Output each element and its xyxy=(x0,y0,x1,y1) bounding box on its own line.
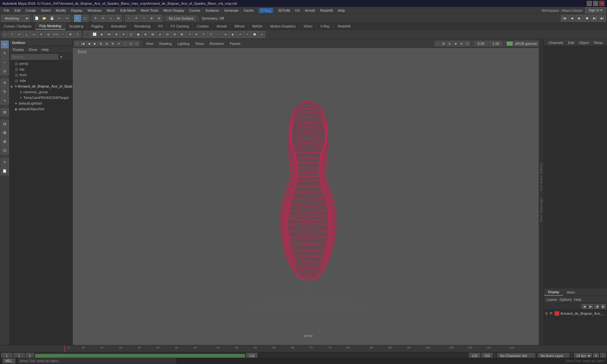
vp-view-menu[interactable]: View xyxy=(143,41,156,46)
cleanup-icon[interactable]: ✧ xyxy=(244,31,251,38)
snap-point-button[interactable]: ⊕ xyxy=(148,15,155,22)
menu-edit-mesh[interactable]: Edit Mesh xyxy=(118,8,138,13)
vp-icon-10[interactable]: ◎ xyxy=(128,41,134,46)
menu-3dtoall[interactable]: 3DToAll xyxy=(275,8,292,13)
vp-renderer-menu[interactable]: Renderer xyxy=(207,41,227,46)
layout-btn4[interactable]: ⊡ xyxy=(1,146,9,155)
layer-skip-btn[interactable]: ◀ xyxy=(594,304,599,309)
display-tab[interactable]: Display xyxy=(544,289,563,296)
window-controls[interactable]: _ □ ✕ xyxy=(587,1,604,6)
soft-select-button[interactable]: ○ xyxy=(125,15,132,22)
lasso-tool-button[interactable]: ◻ xyxy=(82,15,89,22)
remesh-icon[interactable]: ⬡ xyxy=(207,31,214,38)
detach-icon[interactable]: ⊟ xyxy=(171,31,178,38)
tab-poly-modeling[interactable]: Poly Modeling xyxy=(35,23,65,30)
boolean-icon[interactable]: ⊎ xyxy=(222,31,229,38)
layer-p-field[interactable]: P xyxy=(550,312,554,315)
timeline-track[interactable]: 5 10 15 20 25 30 35 40 45 50 55 60 65 70… xyxy=(63,345,528,352)
smooth-icon[interactable]: ≋ xyxy=(193,31,200,38)
vp-right-1[interactable]: ↔ xyxy=(435,41,440,46)
playback-stop[interactable]: ⏹ xyxy=(584,15,591,22)
camera-select-icon[interactable]: □ xyxy=(74,41,80,46)
menu-mesh[interactable]: Mesh xyxy=(104,8,118,13)
menu-mesh-display[interactable]: Mesh Display xyxy=(161,8,187,13)
soft-select-tool[interactable]: ○ xyxy=(1,58,9,66)
layer-color-swatch[interactable] xyxy=(555,311,559,316)
vp-scale-field[interactable] xyxy=(489,41,503,46)
channel-box-toggle[interactable]: ≡ xyxy=(1,158,9,166)
layout-btn2[interactable]: ⊠ xyxy=(1,129,9,137)
edge-flow-icon[interactable]: ⌀ xyxy=(156,31,163,38)
menu-modify[interactable]: Modify xyxy=(53,8,68,13)
poke-icon[interactable]: ✦ xyxy=(120,31,127,38)
undo-button[interactable]: ↩ xyxy=(56,15,63,22)
range-slider[interactable] xyxy=(35,354,245,358)
fill-hole-icon[interactable]: ⬣ xyxy=(251,31,258,38)
menu-edit[interactable]: Edit xyxy=(12,8,23,13)
tab-custom[interactable]: Custom xyxy=(193,23,213,30)
tab-redshift[interactable]: Redshift xyxy=(334,23,354,30)
attr-editor-toggle[interactable]: 📋 xyxy=(1,167,9,175)
retopo-icon[interactable]: ⋯ xyxy=(215,31,222,38)
tab-vray[interactable]: V-Ray xyxy=(316,23,334,30)
extrude-icon[interactable]: ⬛ xyxy=(84,31,91,38)
show-manip-tool[interactable]: ⊞ xyxy=(1,108,9,116)
separate-icon[interactable]: ⊸ xyxy=(236,31,243,38)
tab-curves-surfaces[interactable]: Curves / Surfaces xyxy=(0,23,35,30)
tab-rendering[interactable]: Rendering xyxy=(131,23,155,30)
redo-button[interactable]: ↪ xyxy=(64,15,71,22)
paint-tool[interactable]: ✎ xyxy=(1,49,9,58)
anim-tab[interactable]: Anim xyxy=(563,289,579,295)
menu-mesh-tools[interactable]: Mesh Tools xyxy=(138,8,161,13)
vp-panels-menu[interactable]: Panels xyxy=(227,41,243,46)
channels-menu[interactable]: Channels xyxy=(547,40,565,45)
timeline-ruler[interactable]: 5 10 15 20 25 30 35 40 45 50 55 60 65 70… xyxy=(0,345,607,352)
merge-icon[interactable]: ⋈ xyxy=(106,31,113,38)
vp-right-6[interactable]: ⊙ xyxy=(465,41,470,46)
outliner-display-menu[interactable]: Display xyxy=(11,47,26,52)
tab-sculpting[interactable]: Sculpting xyxy=(65,23,88,30)
mel-label[interactable]: MEL xyxy=(3,358,15,363)
bevel-icon[interactable]: ◈ xyxy=(98,31,105,38)
collapse-icon[interactable]: ⊡ xyxy=(164,31,171,38)
tab-fx-caching[interactable]: FX Caching xyxy=(167,23,193,30)
menu-curves[interactable]: Curves xyxy=(187,8,203,13)
pipe-icon[interactable]: ⊂⊃ xyxy=(52,31,59,38)
transform-tool-button[interactable]: ⊞ xyxy=(115,15,122,22)
wedge-icon[interactable]: ◫ xyxy=(127,31,134,38)
tab-xgen[interactable]: XGen xyxy=(300,23,316,30)
disk-icon[interactable]: ◎ xyxy=(45,31,52,38)
outliner-item-side[interactable]: 🎥 side xyxy=(9,78,72,83)
layers-menu[interactable]: Layers xyxy=(547,298,557,301)
viewport-3d[interactable]: □ |◀ ◀ ▶ ⊞ ⊕ ⊗ ● ○ ◎ ⬡ View Shading Ligh… xyxy=(73,39,544,345)
maximize-button[interactable]: □ xyxy=(593,1,598,6)
layer-prev-btn[interactable]: ◀ xyxy=(582,304,587,309)
outliner-item-camera1-group[interactable]: ⊞ camera1_group xyxy=(9,89,72,95)
open-scene-button[interactable]: 📂 xyxy=(41,15,48,22)
menu-surfaces[interactable]: Surfaces xyxy=(203,8,222,13)
vp-icon-11[interactable]: ⬡ xyxy=(134,41,140,46)
vp-right-5[interactable]: ⊕ xyxy=(459,41,464,46)
cone-icon[interactable]: △ xyxy=(23,31,30,38)
tab-animation[interactable]: Animation xyxy=(107,23,131,30)
menu-windows[interactable]: Windows xyxy=(85,8,104,13)
menu-vray[interactable]: [V-Ray] xyxy=(256,8,276,13)
outliner-item-tempcam[interactable]: ✦ TempCamFBXASC046Target xyxy=(9,95,72,100)
vp-right-2[interactable]: ⊞ xyxy=(441,41,446,46)
helix-icon[interactable]: ~ xyxy=(59,31,66,38)
outliner-show-menu[interactable]: Show xyxy=(27,47,39,52)
outliner-item-armand-group[interactable]: ▶ ⊞ Armand_de_Brignac_Ace_of_Spades_B... xyxy=(9,83,72,89)
select-tool[interactable]: ↖ xyxy=(1,40,9,49)
scale-tool-button[interactable]: ⤡ xyxy=(107,15,114,22)
outliner-help-menu[interactable]: Help xyxy=(40,47,51,52)
playback-prev[interactable]: ◀ xyxy=(568,15,575,22)
menu-cache[interactable]: Cache xyxy=(241,8,256,13)
vp-icon-2[interactable]: |◀ xyxy=(80,41,86,46)
playback-start[interactable]: |◀ xyxy=(561,15,568,22)
outliner-item-top[interactable]: 🎥 top xyxy=(9,66,72,72)
playback-play[interactable]: ▶ xyxy=(576,15,583,22)
tab-fx[interactable]: FX xyxy=(155,23,167,30)
move-tool-button[interactable]: ✛ xyxy=(92,15,99,22)
object-menu[interactable]: Object xyxy=(577,40,591,45)
rotate-tool[interactable]: ↻ xyxy=(1,88,9,96)
